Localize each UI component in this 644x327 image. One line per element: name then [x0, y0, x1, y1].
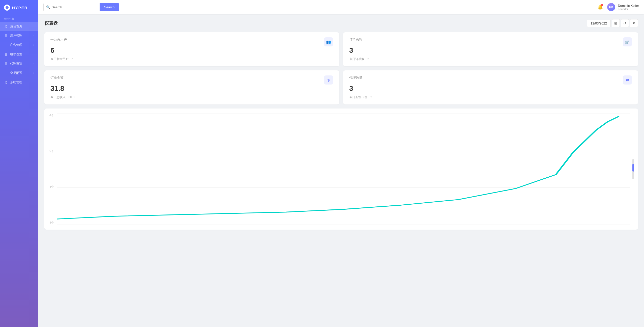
- chevron-right-icon: ›: [34, 34, 34, 37]
- sidebar-item-label: 代理设置: [10, 62, 22, 66]
- user-details: Dominic Keller Founder: [618, 4, 639, 11]
- amount-icon: $: [324, 75, 333, 85]
- logo-text: HYPER: [12, 6, 28, 10]
- sidebar-item-global-config[interactable]: ☰ 全局配置 ›: [0, 68, 38, 78]
- sidebar-item-label: 全局配置: [10, 71, 22, 75]
- chevron-right-icon: ›: [34, 72, 34, 74]
- sidebar-item-ad-management[interactable]: ☰ 广告管理 ›: [0, 40, 38, 50]
- chart-svg: [57, 114, 630, 225]
- date-display: 12/03/2022: [587, 20, 611, 27]
- chevron-right-icon: ›: [34, 44, 34, 46]
- scroll-indicator: [632, 159, 634, 179]
- stat-card-agent-count: 代理数量 ⇄ 3 今日新增代理：2: [343, 70, 638, 104]
- chevron-right-icon: ›: [34, 53, 34, 56]
- search-box: 🔍 Search: [43, 3, 119, 11]
- stat-label: 平台总用户: [50, 37, 67, 42]
- search-button[interactable]: Search: [100, 3, 119, 11]
- stat-sub: 今日订单数：2: [349, 57, 632, 61]
- notification-bell[interactable]: 🔔: [596, 3, 604, 11]
- sidebar-item-user-management[interactable]: ☰ 用户管理 ›: [0, 31, 38, 40]
- stats-grid: 平台总用户 👥 6 今日新增用户：6 订单总数 🛒 3 今日订单数：2 订单金额…: [44, 32, 638, 104]
- y-label-5: 5个: [49, 149, 54, 153]
- agent-settings-icon: ☰: [4, 62, 8, 66]
- sidebar-section-title: 管理中心: [0, 15, 38, 22]
- stat-label: 代理数量: [349, 75, 362, 80]
- content-area: 仪表盘 12/03/2022 ⊞ ↺ ▼ 平台总用户 👥 6 今日新增用户：6 …: [38, 14, 644, 327]
- notification-dot: [601, 4, 603, 6]
- avatar: DK: [607, 3, 615, 11]
- stat-label: 订单金额: [50, 75, 64, 80]
- user-management-icon: ☰: [4, 34, 8, 38]
- sidebar-item-system-management[interactable]: ⊙ 系统管理 ›: [0, 78, 38, 87]
- stat-card-order-amount: 订单金额 $ 31.8 今日总收入：30.8: [44, 70, 339, 104]
- y-axis-labels: 6个 5个 4个 3个: [49, 114, 54, 225]
- sidebar-item-label: 用户管理: [10, 34, 22, 38]
- user-role: Founder: [618, 8, 639, 11]
- sidebar-item-label: 后台首页: [10, 24, 22, 29]
- sidebar-item-group-settings[interactable]: ☰ 组群设置 ›: [0, 50, 38, 59]
- search-icon: 🔍: [46, 5, 50, 9]
- orders-icon: 🛒: [623, 37, 632, 46]
- main-area: 🔍 Search 🔔 DK Dominic Keller Founder 仪表盘: [38, 0, 644, 327]
- chart-area: [57, 114, 630, 225]
- toolbar-btn-1[interactable]: ⊞: [612, 19, 620, 27]
- page-title: 仪表盘: [44, 20, 58, 26]
- sidebar-item-home[interactable]: ⊙ 后台首页: [0, 22, 38, 31]
- sidebar-item-label: 广告管理: [10, 43, 22, 47]
- y-label-3: 3个: [49, 221, 54, 225]
- header: 🔍 Search 🔔 DK Dominic Keller Founder: [38, 0, 644, 14]
- ad-management-icon: ☰: [4, 43, 8, 47]
- stat-label: 订单总数: [349, 37, 362, 42]
- stat-value: 3: [349, 46, 632, 54]
- agent-icon: ⇄: [623, 75, 632, 85]
- users-icon: 👥: [324, 37, 333, 46]
- stat-card-total-orders: 订单总数 🛒 3 今日订单数：2: [343, 32, 638, 66]
- home-icon: ⊙: [4, 24, 8, 29]
- stat-value: 3: [349, 85, 632, 93]
- sidebar-item-label: 系统管理: [10, 80, 22, 85]
- user-info[interactable]: DK Dominic Keller Founder: [607, 3, 639, 11]
- system-management-icon: ⊙: [4, 80, 8, 85]
- y-label-6: 6个: [49, 114, 54, 117]
- stat-sub: 今日新增用户：6: [50, 57, 333, 61]
- scroll-thumb: [632, 164, 634, 172]
- toolbar-btn-3[interactable]: ▼: [630, 19, 638, 27]
- group-settings-icon: ☰: [4, 52, 8, 57]
- chevron-right-icon: ›: [34, 62, 34, 65]
- y-label-4: 4个: [49, 185, 54, 189]
- search-input[interactable]: [52, 4, 97, 11]
- sidebar-item-agent-settings[interactable]: ☰ 代理设置 ›: [0, 59, 38, 68]
- logo-icon: [4, 5, 10, 11]
- chevron-right-icon: ›: [34, 81, 34, 84]
- stat-sub: 今日总收入：30.8: [50, 95, 333, 99]
- sidebar-item-label: 组群设置: [10, 52, 22, 57]
- user-name: Dominic Keller: [618, 4, 639, 8]
- toolbar-btn-2[interactable]: ↺: [621, 19, 629, 27]
- stat-value: 31.8: [50, 85, 333, 93]
- page-header: 仪表盘 12/03/2022 ⊞ ↺ ▼: [44, 19, 638, 27]
- chart-container: 6个 5个 4个 3个: [44, 108, 638, 230]
- date-actions: 12/03/2022 ⊞ ↺ ▼: [587, 19, 638, 27]
- stat-value: 6: [50, 46, 333, 54]
- stat-card-total-users: 平台总用户 👥 6 今日新增用户：6: [44, 32, 339, 66]
- sidebar: HYPER 管理中心 ⊙ 后台首页 ☰ 用户管理 › ☰ 广告管理 › ☰ 组群…: [0, 0, 38, 327]
- stat-sub: 今日新增代理：2: [349, 95, 632, 99]
- sidebar-logo: HYPER: [0, 0, 38, 15]
- global-config-icon: ☰: [4, 71, 8, 75]
